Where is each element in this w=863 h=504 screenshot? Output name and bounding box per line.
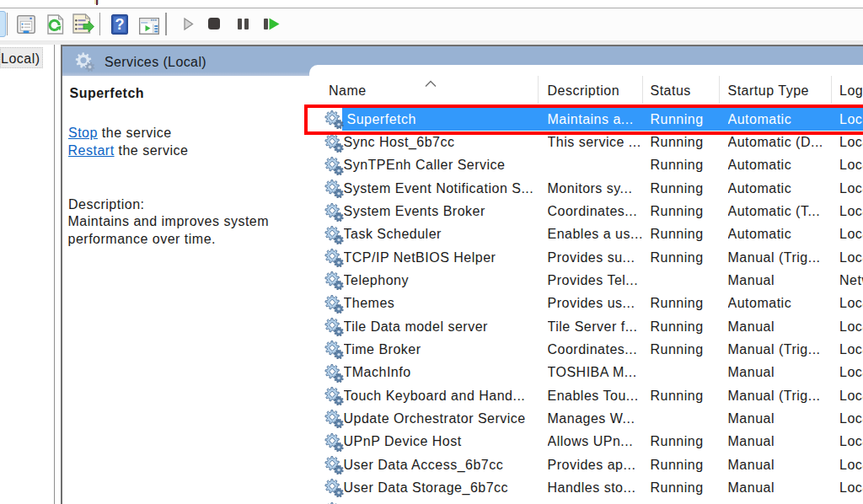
svg-text:?: ? [115,16,125,33]
